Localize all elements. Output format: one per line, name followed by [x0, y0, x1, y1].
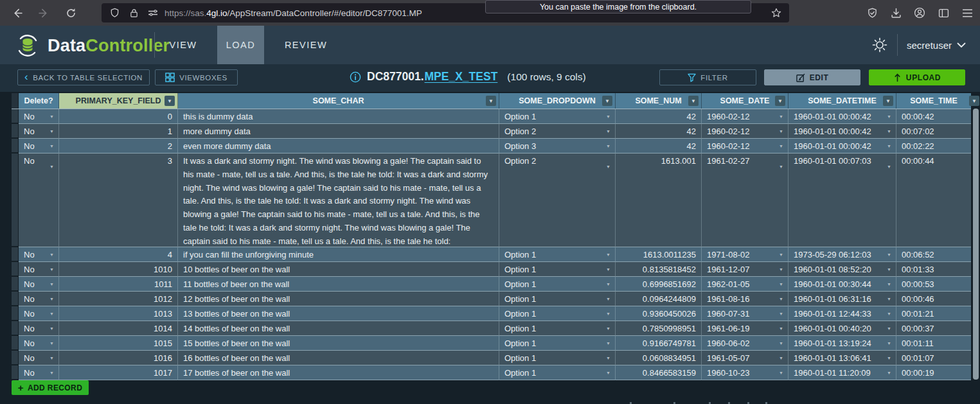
app-logo[interactable]: DataController [14, 32, 170, 59]
cell-some-datetime[interactable]: 1960-01-01 08:52:20▼ [788, 262, 896, 277]
cell-some-dropdown[interactable]: Option 1▼ [499, 365, 616, 380]
cell-some-num[interactable]: 0.7850998951 [616, 321, 702, 336]
dropdown-caret-icon[interactable]: ▼ [49, 322, 54, 335]
cell-some-date[interactable]: 1961-02-27▼ [702, 154, 788, 247]
cell-primary-key[interactable]: 4 [59, 247, 178, 262]
cell-some-dropdown[interactable]: Option 1▼ [499, 292, 616, 306]
cell-some-date[interactable]: 1960-02-12▼ [702, 139, 788, 154]
cell-delete[interactable]: No▼ [19, 321, 59, 336]
cell-some-char[interactable]: 12 bottles of beer on the wall [178, 292, 499, 306]
info-icon[interactable] [350, 71, 361, 83]
dropdown-caret-icon[interactable]: ▼ [49, 277, 54, 291]
cell-some-time[interactable]: 00:01:33 [896, 262, 971, 277]
dropdown-caret-icon[interactable]: ▼ [49, 366, 54, 380]
dropdown-caret-icon[interactable]: ▼ [887, 292, 891, 306]
cell-some-num[interactable]: 0.8466583159 [616, 365, 702, 380]
cell-some-char[interactable]: 15 bottles of beer on the wall [178, 336, 499, 351]
cell-some-dropdown[interactable]: Option 1▼ [499, 277, 616, 292]
filter-dropdown-icon[interactable]: ▼ [883, 96, 893, 106]
cell-some-time[interactable]: 00:01:21 [896, 306, 971, 321]
dropdown-caret-icon[interactable]: ▼ [606, 292, 610, 306]
username[interactable]: secretuser [907, 40, 952, 51]
cell-delete[interactable]: No▼ [19, 306, 59, 321]
cell-some-datetime[interactable]: 1960-01-01 06:31:16▼ [788, 292, 896, 306]
lock-icon[interactable] [127, 6, 140, 19]
cell-some-date[interactable]: 1960-02-12▼ [702, 109, 788, 124]
cell-some-dropdown[interactable]: Option 2▼ [499, 154, 616, 247]
cell-some-num[interactable]: 0.0964244809 [616, 292, 702, 306]
row-handle[interactable] [12, 321, 19, 336]
cell-primary-key[interactable]: 1016 [59, 351, 178, 365]
row-handle[interactable] [12, 365, 19, 380]
cell-delete[interactable]: No▼ [19, 247, 59, 262]
cell-delete[interactable]: No▼ [19, 109, 59, 124]
dropdown-caret-icon[interactable]: ▼ [887, 125, 891, 138]
cell-some-date[interactable]: 1961-06-19▼ [702, 321, 788, 336]
cell-primary-key[interactable]: 1010 [59, 262, 178, 277]
dropdown-caret-icon[interactable]: ▼ [606, 263, 610, 276]
filter-button[interactable]: FILTER [659, 69, 756, 85]
viewboxes-button[interactable]: VIEWBOXES [155, 69, 238, 85]
cell-some-datetime[interactable]: 1960-01-01 13:19:24▼ [788, 336, 896, 351]
cell-some-time[interactable]: 00:01:11 [896, 336, 971, 351]
cell-some-datetime[interactable]: 1960-01-01 00:07:03▼ [788, 154, 896, 247]
cell-some-dropdown[interactable]: Option 3▼ [499, 139, 616, 154]
cell-some-char[interactable]: 14 bottles of beer on the wall [178, 321, 499, 336]
dropdown-caret-icon[interactable]: ▼ [49, 307, 54, 321]
cell-primary-key[interactable]: 0 [59, 109, 178, 124]
cell-some-time[interactable]: 00:00:42 [896, 109, 971, 124]
filter-dropdown-icon[interactable]: ▼ [969, 96, 979, 106]
cell-delete[interactable]: No▼ [19, 277, 59, 292]
cell-some-char[interactable]: more dummy data [178, 124, 499, 139]
column-header-some-char[interactable]: SOME_CHAR▼ [178, 93, 499, 109]
menu-hamburger-icon[interactable] [959, 5, 975, 21]
cell-some-char[interactable]: this is dummy data [178, 109, 499, 124]
row-handle[interactable] [12, 336, 19, 351]
cell-primary-key[interactable]: 2 [59, 139, 178, 154]
cell-some-num[interactable]: 1613.001 [616, 154, 702, 247]
cell-some-num[interactable]: 0.9360450026 [616, 306, 702, 321]
dropdown-caret-icon[interactable]: ▼ [779, 125, 783, 138]
dropdown-caret-icon[interactable]: ▼ [887, 351, 891, 365]
theme-sun-icon[interactable] [871, 37, 888, 53]
protections-shield-icon[interactable] [864, 5, 880, 21]
dropdown-caret-icon[interactable]: ▼ [606, 110, 610, 123]
cell-primary-key[interactable]: 1015 [59, 336, 178, 351]
dropdown-caret-icon[interactable]: ▼ [49, 139, 54, 153]
cell-some-time[interactable]: 00:00:53 [896, 277, 971, 292]
dropdown-caret-icon[interactable]: ▼ [606, 337, 610, 350]
column-header-some-time[interactable]: SOME_TIME▼ [896, 93, 971, 109]
dropdown-caret-icon[interactable]: ▼ [606, 125, 610, 138]
dropdown-caret-icon[interactable]: ▼ [49, 161, 54, 174]
dropdown-caret-icon[interactable]: ▼ [887, 263, 891, 276]
cell-some-time[interactable]: 00:06:52 [896, 247, 971, 262]
dropdown-caret-icon[interactable]: ▼ [779, 337, 783, 350]
filter-dropdown-icon[interactable]: ▼ [165, 96, 175, 106]
back-nav-icon[interactable] [9, 5, 24, 21]
row-handle[interactable] [12, 306, 19, 321]
dropdown-caret-icon[interactable]: ▼ [779, 277, 783, 291]
dropdown-caret-icon[interactable]: ▼ [49, 292, 54, 306]
column-header-some-num[interactable]: SOME_NUM▼ [616, 93, 702, 109]
tab-review[interactable]: REVIEW [280, 26, 332, 64]
dropdown-caret-icon[interactable]: ▼ [606, 277, 610, 291]
cell-some-char[interactable]: 16 bottles of beer on the wall [178, 351, 499, 365]
dropdown-caret-icon[interactable]: ▼ [887, 337, 891, 350]
dropdown-caret-icon[interactable]: ▼ [887, 366, 891, 380]
cell-some-date[interactable]: 1961-05-07▼ [702, 351, 788, 365]
cell-some-datetime[interactable]: 1973-05-29 06:12:03▼ [788, 247, 896, 262]
cell-some-datetime[interactable]: 1960-01-01 00:00:42▼ [788, 139, 896, 154]
cell-some-time[interactable]: 00:07:02 [896, 124, 971, 139]
cell-delete[interactable]: No▼ [19, 336, 59, 351]
row-handle[interactable] [12, 124, 19, 139]
cell-some-time[interactable]: 00:00:37 [896, 321, 971, 336]
row-handle[interactable] [12, 139, 19, 154]
dropdown-caret-icon[interactable]: ▼ [779, 263, 783, 276]
cell-some-num[interactable]: 0.9166749781 [616, 336, 702, 351]
dropdown-caret-icon[interactable]: ▼ [49, 263, 54, 276]
cell-delete[interactable]: No▼ [19, 139, 59, 154]
reload-icon[interactable] [63, 5, 78, 21]
cell-some-datetime[interactable]: 1960-01-01 00:00:42▼ [788, 109, 896, 124]
cell-delete[interactable]: No▼ [19, 154, 59, 247]
cell-primary-key[interactable]: 1011 [59, 277, 178, 292]
